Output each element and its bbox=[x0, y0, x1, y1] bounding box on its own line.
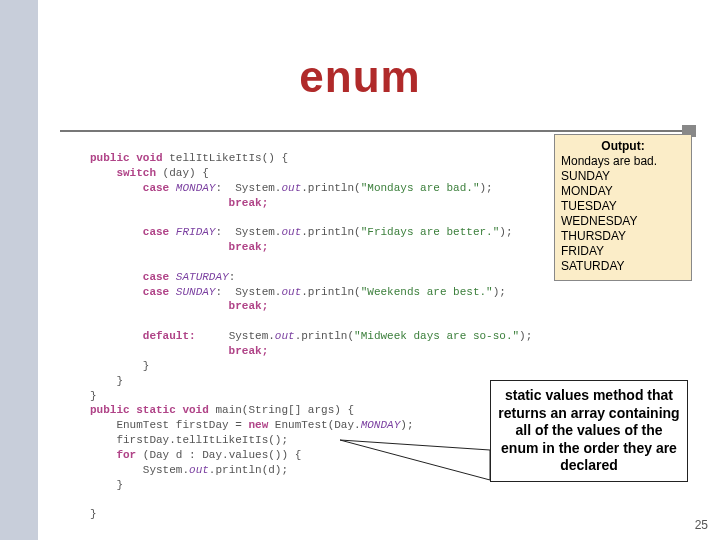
code-string: "Mondays are bad." bbox=[361, 182, 480, 194]
code-kw: case bbox=[90, 226, 176, 238]
code-text: : System. bbox=[215, 182, 281, 194]
code-kw: public static void bbox=[90, 404, 209, 416]
slide-title: enum bbox=[0, 52, 720, 102]
code-kw: case bbox=[90, 271, 176, 283]
slide: enum public void tellItLikeItIs() { swit… bbox=[0, 0, 720, 540]
code-text: : System. bbox=[215, 226, 281, 238]
code-kw: default: bbox=[90, 330, 196, 342]
svg-marker-0 bbox=[340, 440, 490, 480]
code-kw: break; bbox=[90, 300, 268, 312]
output-header: Output: bbox=[561, 139, 685, 154]
code-text: (day) { bbox=[156, 167, 209, 179]
code-field: out bbox=[281, 226, 301, 238]
code-text: .println( bbox=[301, 226, 360, 238]
code-string: "Fridays are better." bbox=[361, 226, 500, 238]
code-text: } bbox=[90, 479, 123, 491]
code-kw: for bbox=[90, 449, 136, 461]
code-kw: case bbox=[90, 182, 176, 194]
code-field: out bbox=[281, 286, 301, 298]
code-enum-const: SUNDAY bbox=[176, 286, 216, 298]
code-text: } bbox=[90, 508, 97, 520]
output-line: THURSDAY bbox=[561, 229, 685, 244]
code-text: : bbox=[229, 271, 236, 283]
code-text: } bbox=[90, 390, 97, 402]
code-text: main(String[] args) { bbox=[209, 404, 354, 416]
code-text: .println( bbox=[301, 286, 360, 298]
code-text: .println(d); bbox=[209, 464, 288, 476]
code-text: .println( bbox=[295, 330, 354, 342]
code-kw: break; bbox=[90, 241, 268, 253]
output-line: FRIDAY bbox=[561, 244, 685, 259]
code-text: (Day d : Day.values()) { bbox=[136, 449, 301, 461]
output-line: MONDAY bbox=[561, 184, 685, 199]
code-kw: new bbox=[248, 419, 268, 431]
output-line: WEDNESDAY bbox=[561, 214, 685, 229]
code-text: ); bbox=[493, 286, 506, 298]
code-kw: break; bbox=[90, 345, 268, 357]
callout-text: static values method that returns an arr… bbox=[490, 380, 688, 482]
code-text: ); bbox=[480, 182, 493, 194]
code-string: "Weekends are best." bbox=[361, 286, 493, 298]
code-enum-const: FRIDAY bbox=[176, 226, 216, 238]
output-line: SUNDAY bbox=[561, 169, 685, 184]
output-box: Output: Mondays are bad. SUNDAY MONDAY T… bbox=[554, 134, 692, 281]
code-text: EnumTest firstDay = bbox=[90, 419, 248, 431]
code-text: ); bbox=[519, 330, 532, 342]
code-text: : System. bbox=[215, 286, 281, 298]
code-text: firstDay.tellItLikeItIs(); bbox=[90, 434, 288, 446]
code-kw: public void bbox=[90, 152, 163, 164]
code-text: } bbox=[90, 375, 123, 387]
code-kw: switch bbox=[90, 167, 156, 179]
code-field: out bbox=[189, 464, 209, 476]
code-text: System. bbox=[196, 330, 275, 342]
code-text: tellItLikeItIs() { bbox=[163, 152, 288, 164]
callout: static values method that returns an arr… bbox=[340, 380, 690, 530]
code-text: } bbox=[90, 360, 149, 372]
code-kw: case bbox=[90, 286, 176, 298]
code-field: out bbox=[275, 330, 295, 342]
page-number: 25 bbox=[695, 518, 708, 532]
code-text: ); bbox=[499, 226, 512, 238]
output-line: SATURDAY bbox=[561, 259, 685, 274]
code-field: out bbox=[281, 182, 301, 194]
code-enum-const: MONDAY bbox=[176, 182, 216, 194]
code-enum-const: SATURDAY bbox=[176, 271, 229, 283]
output-line: Mondays are bad. bbox=[561, 154, 685, 169]
code-string: "Midweek days are so-so." bbox=[354, 330, 519, 342]
code-kw: break; bbox=[90, 197, 268, 209]
code-text: System. bbox=[90, 464, 189, 476]
code-text: .println( bbox=[301, 182, 360, 194]
output-line: TUESDAY bbox=[561, 199, 685, 214]
